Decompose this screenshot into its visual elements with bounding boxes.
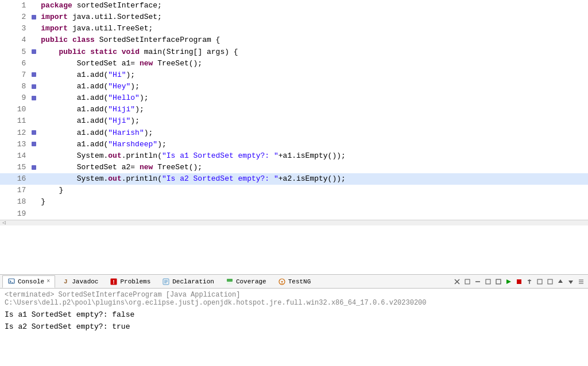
stop-btn[interactable]: [514, 277, 524, 286]
line-code: public static void main(String[] args) {: [38, 46, 588, 58]
line-marker: [30, 23, 38, 34]
syntax-token: "Is a1 SortedSet empty?: ": [162, 151, 278, 160]
syntax-token: out: [108, 174, 121, 183]
output-line: Is a2 SortedSet empty?: true: [5, 321, 583, 333]
code-line-1: 1package sortedSetInterface;: [0, 0, 588, 11]
syntax-token: class: [72, 36, 95, 44]
line-marker: [30, 185, 38, 196]
line-code: a1.add("Hi");: [38, 69, 588, 81]
new-console[interactable]: [546, 277, 555, 286]
line-marker: [30, 208, 38, 220]
syntax-token: "Hiji": [108, 105, 135, 114]
line-number: 6: [0, 58, 30, 69]
svg-rect-19: [517, 279, 521, 284]
syntax-token: "Is a2 SortedSet empty?: ": [162, 174, 278, 183]
tab-declaration[interactable]: Declaration: [157, 275, 219, 288]
line-code: a1.add("Hiji");: [38, 104, 588, 115]
svg-rect-22: [537, 279, 542, 284]
line-marker: [30, 173, 38, 185]
line-marker: [30, 150, 38, 162]
close-console[interactable]: [452, 277, 462, 286]
line-number: 11: [0, 115, 30, 127]
line-marker: [30, 69, 38, 81]
code-line-12: 12 a1.add("Harish");: [0, 127, 588, 139]
line-code: System.out.println("Is a2 SortedSet empt…: [38, 173, 588, 185]
svg-rect-16: [486, 279, 490, 284]
tab-console[interactable]: Console×: [2, 275, 55, 288]
bottom-panel: Console×JJavadoc!ProblemsDeclarationCove…: [0, 274, 588, 366]
console-tab-close[interactable]: ×: [47, 278, 50, 285]
stop[interactable]: [463, 277, 472, 286]
code-line-18: 18}: [0, 196, 588, 208]
line-number: 8: [0, 81, 30, 92]
maximize[interactable]: [494, 277, 503, 286]
javadoc-tab-icon: J: [61, 278, 69, 286]
coverage-tab-label: Coverage: [236, 278, 266, 285]
minimize[interactable]: [473, 277, 482, 286]
code-line-3: 3import java.util.TreeSet;: [0, 23, 588, 34]
line-marker: [30, 104, 38, 115]
code-line-7: 7 a1.add("Hi");: [0, 69, 588, 81]
run-btn[interactable]: [504, 277, 513, 286]
line-number: 1: [0, 0, 30, 11]
line-code: System.out.println("Is a1 SortedSet empt…: [38, 150, 588, 162]
declaration-tab-icon: [162, 278, 170, 286]
move-up[interactable]: [556, 277, 565, 286]
svg-rect-9: [227, 279, 233, 282]
scroll-lock[interactable]: [535, 277, 544, 286]
code-editor[interactable]: 1package sortedSetInterface;2import java…: [0, 0, 588, 274]
svg-rect-14: [465, 279, 470, 284]
console-content: <terminated> SortedSetInterfaceProgram […: [0, 289, 588, 366]
line-marker: [30, 46, 38, 58]
syntax-token: new: [140, 59, 153, 68]
syntax-token: "Hello": [108, 94, 140, 102]
line-number: 16: [0, 173, 30, 185]
line-marker: [30, 58, 38, 69]
scroll-left-icon[interactable]: ◁: [2, 219, 6, 226]
move-down[interactable]: [566, 277, 575, 286]
testng-tab-label: TestNG: [288, 278, 311, 285]
console-tab-icon: [7, 278, 16, 286]
tab-coverage[interactable]: Coverage: [220, 275, 272, 288]
svg-rect-17: [496, 279, 501, 284]
line-number: 2: [0, 11, 30, 23]
line-code: SortedSet a1= new TreeSet();: [38, 58, 588, 69]
line-code: }: [38, 196, 588, 208]
syntax-token: new: [140, 163, 153, 172]
bottom-toolbar: [452, 277, 586, 286]
javadoc-tab-label: Javadoc: [72, 278, 98, 285]
minimize2[interactable]: [483, 277, 493, 286]
syntax-token: "Harshdeep": [108, 140, 157, 149]
line-code: a1.add("Hello");: [38, 92, 588, 104]
line-marker: [30, 139, 38, 150]
line-number: 7: [0, 69, 30, 81]
tab-javadoc[interactable]: JJavadoc: [56, 275, 103, 288]
horizontal-scrollbar[interactable]: ◁: [0, 220, 588, 225]
code-line-8: 8 a1.add("Hey");: [0, 81, 588, 92]
line-marker: [30, 11, 38, 23]
line-number: 18: [0, 196, 30, 208]
output-line: Is a1 SortedSet empty?: false: [5, 309, 583, 321]
svg-marker-24: [558, 279, 563, 283]
code-line-19: 19: [0, 208, 588, 220]
tab-problems[interactable]: !Problems: [105, 275, 156, 288]
coverage-tab-icon: [226, 278, 234, 286]
code-line-14: 14 System.out.println("Is a1 SortedSet e…: [0, 150, 588, 162]
line-number: 5: [0, 46, 30, 58]
code-line-5: 5 public static void main(String[] args)…: [0, 46, 588, 58]
line-number: 13: [0, 139, 30, 150]
terminated-line: <terminated> SortedSetInterfaceProgram […: [5, 291, 583, 307]
line-code: a1.add("Harshdeep");: [38, 139, 588, 150]
svg-text:T: T: [281, 280, 283, 285]
line-number: 12: [0, 127, 30, 139]
syntax-token: void: [122, 48, 140, 56]
syntax-token: public: [59, 48, 86, 56]
tab-testng[interactable]: TTestNG: [273, 275, 316, 288]
line-marker: [30, 196, 38, 208]
pin[interactable]: [525, 277, 534, 286]
syntax-token: "Hji": [108, 116, 130, 125]
svg-marker-25: [568, 281, 573, 284]
code-line-2: 2import java.util.SortedSet;: [0, 11, 588, 23]
line-marker: [30, 115, 38, 127]
view-menu[interactable]: [577, 277, 586, 286]
